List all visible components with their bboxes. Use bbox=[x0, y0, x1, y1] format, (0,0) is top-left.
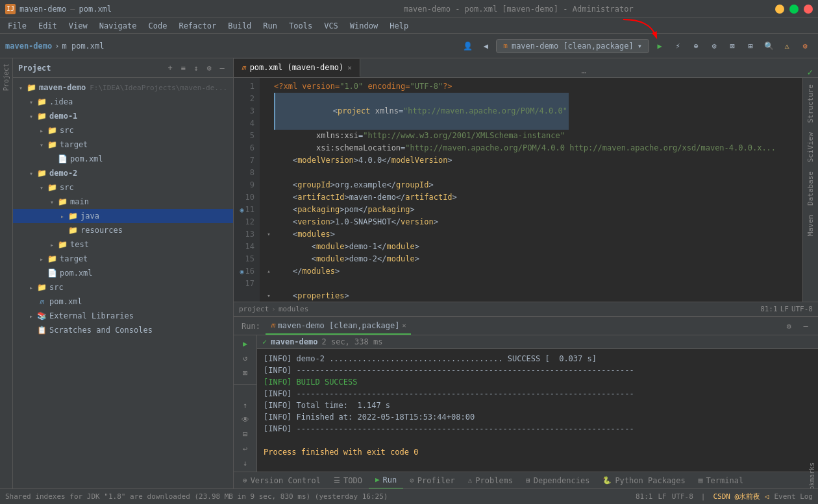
tab-pom-xml[interactable]: m pom.xml (maven-demo) ✕ bbox=[234, 59, 360, 77]
tab-profiler[interactable]: ⊘ Profiler bbox=[403, 472, 461, 489]
tab-run-label[interactable]: Run: bbox=[236, 318, 266, 335]
scroll-up-btn[interactable]: ↑ bbox=[238, 399, 253, 411]
status-charset[interactable]: UTF-8 bbox=[672, 492, 693, 501]
menu-help[interactable]: Help bbox=[384, 20, 414, 32]
tab-terminal[interactable]: ▤ Terminal bbox=[692, 472, 750, 489]
python-icon: 🐍 bbox=[602, 476, 612, 485]
menu-tools[interactable]: Tools bbox=[284, 20, 317, 32]
tree-item-demo2[interactable]: 📁 demo-2 bbox=[13, 166, 233, 180]
sidebar-settings-btn[interactable]: ⚙ bbox=[203, 62, 215, 74]
database-tab[interactable]: Database bbox=[804, 167, 817, 210]
menu-build[interactable]: Build bbox=[223, 20, 256, 32]
menu-edit[interactable]: Edit bbox=[33, 20, 62, 32]
menu-refactor[interactable]: Refactor bbox=[173, 20, 221, 32]
wrap-btn[interactable]: ↩ bbox=[238, 442, 253, 454]
tab-version-control[interactable]: ⊕ Version Control bbox=[236, 472, 327, 489]
minimize-panel-btn[interactable]: — bbox=[799, 319, 813, 333]
run-config-container: m maven-demo [clean,package] ▾ bbox=[496, 39, 649, 53]
build-button[interactable]: ⊞ bbox=[743, 38, 758, 54]
tree-item-demo2-main[interactable]: 📁 main bbox=[13, 195, 233, 209]
tree-item-maven-demo[interactable]: 📁 maven-demo F:\IDEA\IdeaProjects\maven-… bbox=[13, 80, 233, 95]
menu-window[interactable]: Window bbox=[345, 20, 383, 32]
tree-arrow bbox=[36, 254, 47, 264]
tree-item-demo2-pom[interactable]: 📄 pom.xml bbox=[13, 266, 233, 280]
structure-tab[interactable]: Structure bbox=[804, 80, 817, 127]
sciview-tab[interactable]: SciView bbox=[804, 128, 817, 166]
profile-button[interactable]: 👤 bbox=[460, 38, 475, 54]
menu-view[interactable]: View bbox=[64, 20, 93, 32]
tree-item-root-pom[interactable]: m pom.xml bbox=[13, 294, 233, 309]
coverage-button[interactable]: ⊕ bbox=[688, 38, 704, 54]
tab-python[interactable]: 🐍 Python Packages bbox=[596, 472, 691, 489]
maximize-button[interactable] bbox=[789, 5, 799, 14]
sidebar-menu-btn[interactable]: ≡ bbox=[177, 62, 189, 74]
tab-run-bottom[interactable]: ▶ Run bbox=[369, 472, 403, 489]
tree-item-ext-libs[interactable]: 📚 External Libraries bbox=[13, 309, 233, 323]
run-again-btn[interactable]: ▶ bbox=[238, 338, 253, 350]
run-icon: ▶ bbox=[375, 475, 380, 484]
tree-item-demo1[interactable]: 📁 demo-1 bbox=[13, 109, 233, 123]
tree-item-idea[interactable]: 📁 .idea bbox=[13, 95, 233, 109]
eye-btn[interactable]: 👁 bbox=[238, 414, 253, 426]
status-position[interactable]: 81:1 bbox=[636, 492, 653, 501]
fold-button-11[interactable]: ▾ bbox=[265, 231, 273, 239]
tree-item-test[interactable]: 📁 test bbox=[13, 237, 233, 252]
maven-tab[interactable]: Maven bbox=[804, 211, 817, 240]
tree-item-demo1-src[interactable]: 📁 src bbox=[13, 123, 233, 138]
toolbar-breadcrumb: maven-demo › m pom.xml bbox=[5, 42, 105, 51]
bookmarks-label[interactable]: Bookmarks bbox=[808, 462, 815, 488]
status-event-log[interactable]: Event Log bbox=[774, 492, 813, 501]
tree-item-demo2-src[interactable]: 📁 src bbox=[13, 180, 233, 195]
rerun-btn[interactable]: ↺ bbox=[238, 352, 253, 364]
tab-close-button[interactable]: ✕ bbox=[347, 64, 352, 72]
menu-run[interactable]: Run bbox=[258, 20, 282, 32]
search-button[interactable]: 🔍 bbox=[761, 38, 776, 54]
run-tab-close[interactable]: ✕ bbox=[402, 322, 406, 329]
notification-button[interactable]: ⚠ bbox=[779, 38, 795, 54]
tree-item-demo1-target[interactable]: 📁 target bbox=[13, 138, 233, 152]
fold-button-16[interactable]: ▾ bbox=[265, 293, 273, 300]
tree-item-demo2-target[interactable]: 📁 target bbox=[13, 252, 233, 266]
stop-button[interactable]: ⊠ bbox=[725, 38, 740, 54]
tree-item-java[interactable]: 📁 java bbox=[13, 209, 233, 223]
run-label: Run: bbox=[242, 322, 260, 331]
profile-run-button[interactable]: ⚙ bbox=[706, 38, 722, 54]
menu-file[interactable]: File bbox=[3, 20, 32, 32]
filter-btn[interactable]: ⊟ bbox=[238, 428, 253, 440]
debug-button[interactable]: ⚡ bbox=[670, 38, 686, 54]
tab-problems[interactable]: ⚠ Problems bbox=[462, 472, 519, 489]
sidebar-collapse-btn[interactable]: — bbox=[216, 62, 228, 74]
tree-item-src[interactable]: 📁 src bbox=[13, 280, 233, 294]
menu-code[interactable]: Code bbox=[143, 20, 173, 32]
line-numbers: 1 2 3 4 5 6 7 8 9 10 ◉11 12 13 14 15 ◉16 bbox=[234, 78, 260, 302]
tree-item-demo1-pom[interactable]: 📄 pom.xml bbox=[13, 152, 233, 166]
project-strip-label[interactable]: Project bbox=[1, 61, 11, 93]
fold-button-14[interactable]: ▴ bbox=[265, 268, 273, 276]
editor-content[interactable]: <?xml version="1.0" encoding="UTF-8"?> <… bbox=[260, 78, 802, 302]
settings-button[interactable]: ⚙ bbox=[797, 38, 813, 54]
minimize-button[interactable] bbox=[775, 5, 784, 14]
menu-vcs[interactable]: VCS bbox=[319, 20, 343, 32]
bottom-tab-run[interactable]: m maven-demo [clean,package] ✕ bbox=[266, 318, 412, 335]
menu-navigate[interactable]: Navigate bbox=[94, 20, 142, 32]
run-button[interactable]: ▶ bbox=[652, 38, 667, 54]
status-lf[interactable]: LF bbox=[658, 492, 666, 501]
editor-tabs-more[interactable]: ⋯ bbox=[576, 68, 591, 77]
tree-item-resources[interactable]: 📁 resources bbox=[13, 223, 233, 237]
tab-todo[interactable]: ☰ TODO bbox=[327, 472, 369, 489]
line-num-11: ◉11 bbox=[236, 204, 254, 216]
stop-console-btn[interactable]: ⊠ bbox=[238, 367, 253, 379]
tab-python-label: Python Packages bbox=[615, 476, 685, 485]
sidebar-add-btn[interactable]: + bbox=[164, 62, 176, 74]
console-main: ✓ maven-demo 2 sec, 338 ms [INFO] demo-2… bbox=[257, 335, 818, 472]
settings-panel-btn[interactable]: ⚙ bbox=[782, 319, 796, 333]
sidebar-sort-btn[interactable]: ↕ bbox=[190, 62, 202, 74]
tree-item-scratches[interactable]: 📋 Scratches and Consoles bbox=[13, 323, 233, 337]
close-button[interactable] bbox=[804, 5, 813, 14]
breadcrumb-sep: › bbox=[271, 305, 276, 313]
tab-dependencies[interactable]: ⊞ Dependencies bbox=[519, 472, 596, 489]
back-button[interactable]: ◀ bbox=[478, 38, 493, 54]
folder-test-icon: 📁 bbox=[57, 239, 68, 250]
run-config-dropdown[interactable]: m maven-demo [clean,package] ▾ bbox=[496, 39, 649, 53]
scroll-end-btn[interactable]: ↓ bbox=[238, 457, 253, 469]
